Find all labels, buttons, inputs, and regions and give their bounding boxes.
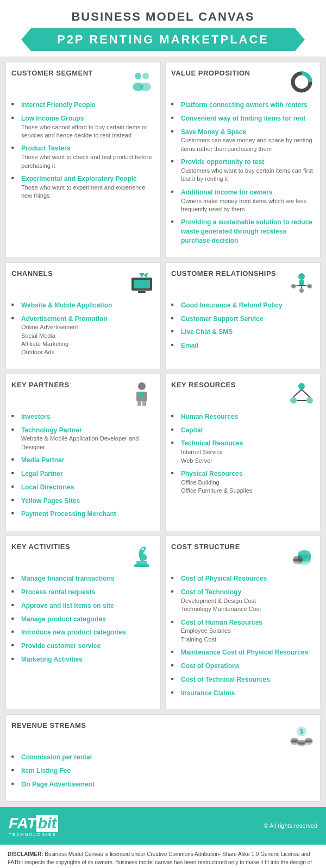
svg-rect-22 — [142, 401, 146, 406]
list-item: Legal Partner — [11, 469, 155, 479]
value-proposition-title: VALUE PROPOSITION — [171, 69, 250, 78]
list-item: Additional income for ownersOwners make … — [171, 188, 315, 214]
customer-relationships-card: CUSTOMER RELATIONSHIPS Good Insura — [165, 262, 321, 369]
key-resources-card: KEY RESOURCES Human Resources Capital Te… — [165, 374, 321, 531]
page-wrapper: BUSINESS MODEL CANVAS P2P RENTING MARKET… — [0, 0, 326, 868]
key-resources-list: Human Resources Capital Technical Resouc… — [171, 412, 315, 495]
list-item: Capital — [171, 426, 315, 435]
list-item: Cost of Human ResourcesEmployee Salaries… — [171, 618, 315, 644]
banner-text: P2P RENTING MARKETPLACE — [57, 33, 269, 46]
svg-line-27 — [293, 389, 302, 397]
svg-point-49 — [291, 740, 299, 745]
svg-point-25 — [290, 397, 297, 404]
svg-point-1 — [142, 73, 149, 79]
key-resources-title: KEY RESOURCES — [171, 381, 236, 390]
list-item: Providing a sustainable solution to redu… — [171, 218, 315, 245]
svg-point-32 — [142, 548, 144, 550]
cost-structure-card: COST STRUCTURE Cost of Physical Re — [165, 536, 321, 710]
list-item: Cost of TechnologyDevelopment & Design C… — [171, 588, 315, 614]
svg-point-10 — [298, 273, 305, 280]
page-title: BUSINESS MODEL CANVAS — [5, 10, 321, 24]
channels-card: CHANNELS Website & Mobile Application Ad… — [5, 262, 161, 369]
list-item: Commission per rental — [11, 753, 315, 762]
banner-ribbon: P2P RENTING MARKETPLACE — [21, 28, 305, 51]
key-activities-list: Manage financial transactions Process re… — [11, 574, 155, 664]
card-header: COST STRUCTURE — [171, 543, 315, 569]
list-item: Technology PartnerWebsite & Mobile Appli… — [11, 426, 155, 452]
customer-segment-title: CUSTOMER SEGMENT — [11, 69, 93, 78]
list-item: Live Chat & SMS — [171, 328, 315, 337]
list-item: Manage financial transactions — [11, 574, 155, 583]
card-header: KEY PARTNERS — [11, 381, 155, 407]
coins-icon — [289, 543, 315, 569]
revenue-icon: $ — [289, 721, 315, 747]
svg-point-51 — [305, 740, 313, 745]
list-item: Payment Processing Merchant — [11, 510, 155, 519]
svg-rect-11 — [299, 280, 304, 285]
list-item: Provide opportunity to testCustomers who… — [171, 158, 315, 184]
businessman-icon — [129, 381, 155, 407]
customer-segment-list: Internet Friendly People Low Income Grou… — [11, 100, 155, 200]
customer-relationships-title: CUSTOMER RELATIONSHIPS — [171, 269, 276, 279]
footer-copyright: © All rights reserved — [264, 822, 317, 829]
list-item: Maintenance Cost of Physical Resources — [171, 648, 315, 657]
list-item: Local Directories — [11, 483, 155, 492]
value-proposition-list: Platform connecting owners with renters … — [171, 100, 315, 246]
svg-rect-31 — [136, 561, 147, 565]
list-item: Item Listing Fee — [11, 766, 315, 776]
key-partners-title: KEY PARTNERS — [11, 381, 70, 390]
list-item: Provide customer service — [11, 641, 155, 651]
list-item: Experimental and Exploratory PeopleThose… — [11, 174, 155, 200]
logo-bit: bit — [36, 815, 58, 832]
svg-rect-7 — [138, 291, 146, 293]
list-item: Insurance Claims — [171, 689, 315, 698]
key-partners-card: KEY PARTNERS Investors Technology Partne… — [5, 374, 161, 531]
list-item: Introduce new product categories — [11, 628, 155, 637]
list-item: Media Partner — [11, 456, 155, 465]
svg-text:$: $ — [299, 727, 303, 735]
list-item: Email — [171, 341, 315, 350]
footer-logo: FAT bit TECHNOLOGIES — [9, 815, 58, 837]
svg-point-3 — [140, 83, 151, 91]
channels-title: CHANNELS — [11, 269, 53, 279]
list-item: Physical ResourcesOffice BuildingOffice … — [171, 469, 315, 495]
chess-knight-icon — [129, 543, 155, 569]
main-grid: CUSTOMER SEGMENT Internet Friendly Peopl… — [0, 56, 326, 807]
revenue-streams-title: REVENUE STREAMS — [11, 721, 86, 731]
nodes-icon — [289, 381, 315, 407]
svg-point-18 — [138, 382, 146, 390]
svg-line-28 — [302, 389, 310, 397]
card-header: CUSTOMER SEGMENT — [11, 69, 155, 95]
key-activities-title: KEY ACTIVITIES — [11, 543, 70, 552]
list-item: Platform connecting owners with renters — [171, 100, 315, 110]
key-partners-list: Investors Technology PartnerWebsite & Mo… — [11, 412, 155, 519]
svg-rect-21 — [137, 401, 141, 406]
list-item: Good Insurance & Refund Policy — [171, 301, 315, 310]
list-item: Technical ResoucesInternet ServiceWeb Se… — [171, 439, 315, 465]
donut-icon — [289, 69, 315, 95]
svg-point-0 — [135, 73, 141, 79]
list-item: Approve and list items on site — [11, 601, 155, 611]
logo-fat: FAT — [9, 815, 36, 832]
list-item: Advertisement & PromotionOnline Advertis… — [11, 315, 155, 357]
cost-structure-list: Cost of Physical Resources Cost of Techn… — [171, 574, 315, 697]
revenue-streams-columns: Commission per rental Item Listing Fee O… — [11, 753, 315, 793]
svg-rect-6 — [134, 280, 150, 288]
footer-logo-sub: TECHNOLOGIES — [9, 832, 58, 837]
value-proposition-card: VALUE PROPOSITION Platform connecting ow… — [165, 62, 321, 258]
customer-segment-card: CUSTOMER SEGMENT Internet Friendly Peopl… — [5, 62, 161, 258]
list-item: Product TestersThose who want to check a… — [11, 144, 155, 170]
card-header: REVENUE STREAMS $ — [11, 721, 315, 747]
svg-marker-9 — [143, 272, 148, 278]
list-item: Process rental requests — [11, 588, 155, 597]
list-item: Cost of Operations — [171, 662, 315, 671]
card-header: VALUE PROPOSITION — [171, 69, 315, 95]
people-icon — [129, 69, 155, 95]
list-item: Save Money & SpaceCustomers can save mon… — [171, 128, 315, 154]
network-person-icon — [289, 269, 315, 295]
disclaimer-box: DISCLAIMER: Business Model Canvas is lic… — [0, 845, 326, 868]
list-item: Cost of Technical Resources — [171, 675, 315, 684]
card-header: KEY RESOURCES — [171, 381, 315, 407]
revenue-streams-card: REVENUE STREAMS $ — [5, 714, 321, 801]
key-activities-card: KEY ACTIVITIES Manage financial transact… — [5, 536, 161, 710]
